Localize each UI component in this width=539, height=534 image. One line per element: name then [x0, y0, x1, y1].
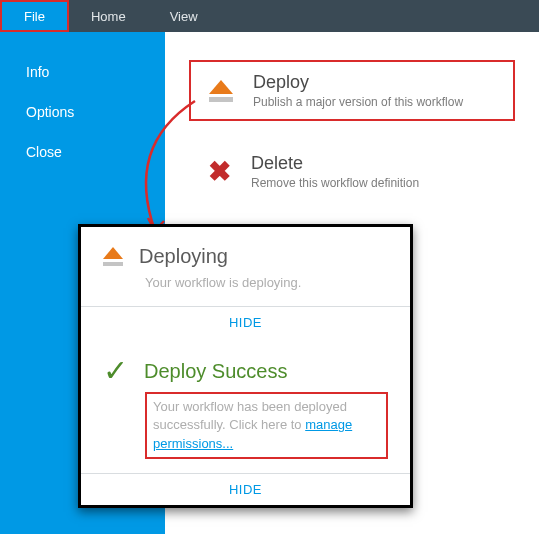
tab-view[interactable]: View	[148, 0, 220, 32]
sidebar-item-options[interactable]: Options	[0, 92, 165, 132]
delete-icon: ✖	[203, 158, 235, 186]
deploying-title: Deploying	[139, 245, 228, 268]
deploying-desc: Your workflow is deploying.	[145, 274, 388, 292]
sidebar-item-close[interactable]: Close	[0, 132, 165, 172]
deploy-icon	[205, 80, 237, 102]
delete-action[interactable]: ✖ Delete Remove this workflow definition	[189, 143, 515, 200]
deploy-popup: Deploying Your workflow is deploying. HI…	[78, 224, 413, 508]
tab-home[interactable]: Home	[69, 0, 148, 32]
deploy-title: Deploy	[253, 72, 463, 93]
delete-subtitle: Remove this workflow definition	[251, 176, 419, 190]
success-desc: Your workflow has been deployed successf…	[145, 392, 388, 459]
deploying-card: Deploying Your workflow is deploying.	[81, 227, 410, 306]
success-hide-button[interactable]: HIDE	[81, 473, 410, 505]
deploy-subtitle: Publish a major version of this workflow	[253, 95, 463, 109]
tab-file[interactable]: File	[0, 0, 69, 32]
success-title: Deploy Success	[144, 360, 287, 383]
deploy-icon	[103, 247, 123, 266]
deploy-action[interactable]: Deploy Publish a major version of this w…	[189, 60, 515, 121]
topbar: File Home View	[0, 0, 539, 32]
success-card: ✓ Deploy Success Your workflow has been …	[81, 338, 410, 473]
sidebar-item-info[interactable]: Info	[0, 52, 165, 92]
check-icon: ✓	[103, 356, 128, 386]
deploying-hide-button[interactable]: HIDE	[81, 306, 410, 338]
delete-title: Delete	[251, 153, 419, 174]
